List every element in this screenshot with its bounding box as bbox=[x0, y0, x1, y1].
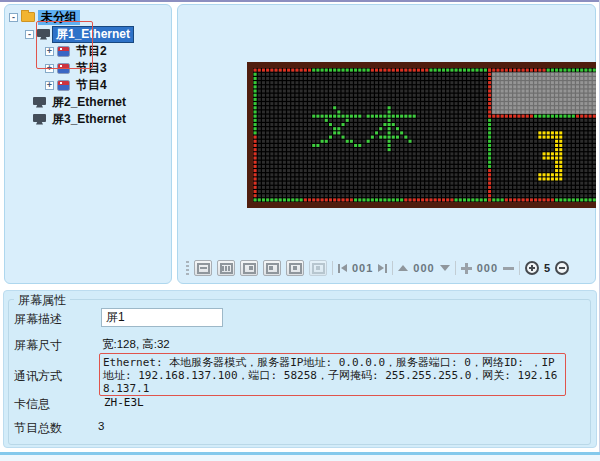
card-info-label: 卡信息 bbox=[14, 396, 50, 413]
tree-item-label[interactable]: 屏1_Ethernet bbox=[53, 27, 133, 42]
expand-icon[interactable]: + bbox=[45, 81, 54, 90]
comm-mode-value: Ethernet: 本地服务器模式，服务器IP地址: 0.0.0.0，服务器端口… bbox=[103, 356, 560, 395]
collapse-icon[interactable]: - bbox=[9, 13, 18, 22]
toolbar-separator bbox=[519, 261, 520, 275]
tree-item-program3[interactable]: + 节目3 bbox=[45, 60, 110, 76]
program-icon bbox=[57, 46, 70, 57]
screen-description-label: 屏幕描述 bbox=[14, 311, 62, 328]
monitor-icon bbox=[33, 114, 46, 125]
comm-mode-label: 通讯方式 bbox=[14, 368, 62, 385]
tree-item-group[interactable]: - 未分组 bbox=[9, 9, 80, 25]
folder-icon bbox=[21, 12, 35, 22]
bottom-margin bbox=[0, 455, 600, 461]
first-page-button[interactable] bbox=[338, 264, 347, 273]
screen-size-value: 宽:128, 高:32 bbox=[102, 337, 170, 352]
tree-item-label[interactable]: 屏2_Ethernet bbox=[49, 95, 129, 110]
frame-down-button[interactable] bbox=[440, 265, 450, 271]
monitor-icon bbox=[37, 29, 50, 40]
screen-description-input[interactable] bbox=[101, 308, 223, 327]
program-count-label: 节目总数 bbox=[14, 420, 62, 437]
expand-icon[interactable]: + bbox=[45, 47, 54, 56]
layout-rows-button[interactable] bbox=[194, 260, 212, 276]
tree-item-label[interactable]: 节目2 bbox=[73, 44, 110, 59]
preview-toolbar: 001 000 000 5 bbox=[186, 257, 569, 279]
card-info-value: ZH-E3L bbox=[104, 396, 144, 409]
collapse-icon[interactable]: - bbox=[25, 30, 34, 39]
tree-item-screen3[interactable]: 屏3_Ethernet bbox=[33, 111, 129, 127]
tree-item-label[interactable]: 未分组 bbox=[38, 10, 80, 25]
properties-group-title: 屏幕属性 bbox=[14, 292, 70, 309]
step-number: 000 bbox=[477, 262, 498, 274]
tree-item-screen1[interactable]: - 屏1_Ethernet bbox=[25, 26, 133, 42]
toolbar-grip[interactable] bbox=[186, 261, 189, 276]
expand-icon[interactable]: + bbox=[45, 64, 54, 73]
zoom-in-icon[interactable] bbox=[525, 261, 539, 275]
program-icon bbox=[57, 80, 70, 91]
page-number: 001 bbox=[352, 262, 373, 274]
screen-tree-panel: - 未分组 - 屏1_Ethernet + 节目2 + 节目3 + 节目4 屏2… bbox=[4, 4, 172, 284]
monitor-icon bbox=[33, 97, 46, 108]
toolbar-separator bbox=[392, 261, 393, 275]
toolbar-separator bbox=[455, 261, 456, 275]
program-icon bbox=[57, 63, 70, 74]
tree-item-program2[interactable]: + 节目2 bbox=[45, 43, 110, 59]
layout-region-left-button[interactable] bbox=[263, 260, 281, 276]
tree-item-program4[interactable]: + 节目4 bbox=[45, 77, 110, 93]
layout-columns-button[interactable] bbox=[217, 260, 235, 276]
screen-size-label: 屏幕尺寸 bbox=[14, 337, 62, 354]
frame-number: 000 bbox=[413, 262, 434, 274]
frame-up-button[interactable] bbox=[398, 265, 408, 271]
tree-item-label[interactable]: 屏3_Ethernet bbox=[49, 112, 129, 127]
layout-region-topright-button[interactable] bbox=[240, 260, 258, 276]
zoom-out-icon[interactable] bbox=[555, 261, 569, 275]
zoom-level: 5 bbox=[544, 262, 550, 274]
step-plus-button[interactable] bbox=[461, 263, 472, 274]
step-minus-button[interactable] bbox=[503, 267, 514, 270]
layout-region-top-button[interactable] bbox=[286, 260, 304, 276]
tree-item-screen2[interactable]: 屏2_Ethernet bbox=[33, 94, 129, 110]
toolbar-separator bbox=[332, 261, 333, 275]
tree-item-label[interactable]: 节目3 bbox=[73, 61, 110, 76]
window-top-border bbox=[0, 0, 600, 2]
last-page-button[interactable] bbox=[378, 264, 387, 273]
led-screen-preview[interactable] bbox=[247, 62, 596, 208]
layout-region-disabled-button[interactable] bbox=[309, 260, 327, 276]
program-count-value: 3 bbox=[98, 420, 104, 432]
tree-item-label[interactable]: 节目4 bbox=[73, 78, 110, 93]
